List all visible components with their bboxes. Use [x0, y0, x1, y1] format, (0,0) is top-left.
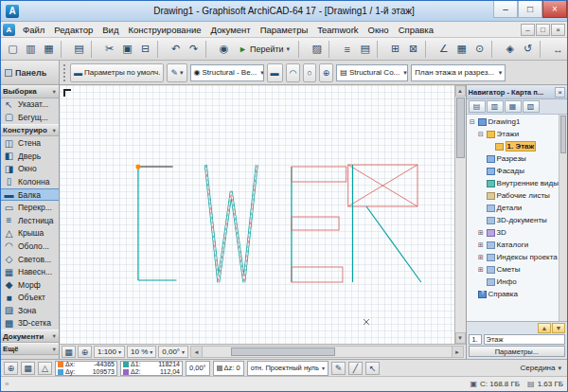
menu-item[interactable]: Справка — [394, 23, 438, 37]
selection-3d-icon[interactable]: ▨ — [308, 40, 326, 58]
tree-item-3d-documents[interactable]: 3D-документы — [467, 214, 559, 226]
menu-item[interactable]: Файл — [18, 23, 49, 37]
beam-outline[interactable] — [205, 165, 257, 282]
tree-item-lists[interactable]: ⊞ Сметы — [467, 263, 559, 276]
grid-snap-icon[interactable]: ▦ — [453, 40, 470, 58]
angle-value-2[interactable]: 112,04 — [160, 368, 180, 376]
beam-letter-r[interactable] — [348, 165, 421, 282]
y-value[interactable]: 109573 — [93, 368, 115, 376]
new-icon[interactable]: ▢ — [4, 40, 22, 58]
story-name-field[interactable]: Этаж — [484, 334, 565, 345]
tool-morph[interactable]: ◆ Морф — [1, 278, 59, 292]
tool-shell[interactable]: ◠ Оболо... — [1, 240, 59, 253]
beam-axis-button[interactable]: ⊕ — [319, 63, 334, 82]
tool-window[interactable]: ◨ Окно — [1, 163, 59, 176]
story-number-field[interactable]: 1. — [469, 334, 482, 345]
floor-plan-canvas[interactable] — [60, 85, 454, 344]
z-coordinate-field[interactable]: Δz: 0 — [213, 361, 244, 376]
tree-item-project-indexes[interactable]: ⊞ Индексы проекта — [467, 251, 559, 263]
scroll-down-icon[interactable]: ▼ — [455, 332, 466, 344]
mdi-restore-button[interactable]: □ — [536, 24, 550, 36]
undo-icon[interactable]: ↶ — [167, 40, 185, 58]
x-value[interactable]: -44365 — [94, 361, 115, 368]
scroll-right-icon[interactable]: ► — [452, 347, 463, 357]
tool-zone[interactable]: ▨ Зона — [1, 304, 59, 317]
guide-lines-icon[interactable]: ∠ — [435, 40, 453, 58]
composite-combo[interactable]: ▤ Structural Co... — [336, 64, 408, 81]
gravity-button[interactable]: △ — [38, 362, 52, 375]
menu-item[interactable]: Окно — [364, 23, 394, 37]
pen-tool-button[interactable]: ✎ — [331, 362, 346, 375]
redo-icon[interactable]: ↷ — [185, 40, 203, 58]
toolbox-palette-header[interactable]: Панель — [1, 61, 60, 84]
toolbox-section-selection[interactable]: Выборка — [1, 85, 59, 98]
cursor-snap-button[interactable]: ↖ — [365, 362, 380, 375]
tree-item-sections[interactable]: Разрезы — [467, 152, 559, 165]
selection-handle[interactable] — [135, 164, 140, 169]
quick-layers-icon[interactable]: ▤ — [356, 40, 374, 58]
close-button[interactable]: × — [542, 1, 567, 18]
tree-item-elevations[interactable]: Фасады — [467, 165, 559, 177]
tree-expander-icon[interactable]: ⊞ — [477, 254, 485, 261]
distance-angle-fields[interactable]: Δ1: 118214 Δ2: 112,04 — [120, 361, 183, 376]
mdi-close-button[interactable]: × — [551, 24, 565, 36]
print-icon[interactable]: ▤ — [70, 40, 88, 58]
tree-expander-icon[interactable]: ⊞ — [477, 229, 485, 237]
rotation-field[interactable]: 0,00° — [186, 361, 210, 376]
tool-slab[interactable]: ▭ Перекр... — [1, 201, 59, 214]
line-tool-button[interactable]: ╱ — [348, 362, 363, 375]
tree-item-info[interactable]: Инфо — [467, 276, 559, 288]
xy-coordinate-fields[interactable]: Δx: -44365 Δy: 109573 — [55, 361, 117, 376]
beam-arm-top[interactable] — [292, 167, 346, 182]
settings-button[interactable]: Параметры... — [469, 346, 565, 357]
project-map-tab-icon[interactable]: ▤ — [469, 100, 486, 113]
rotation-combo[interactable]: 0,00° — [158, 346, 188, 358]
tool-wall[interactable]: ◫ Стена — [1, 136, 59, 150]
autogroup-icon[interactable]: ⊞ — [386, 40, 404, 58]
goto-button[interactable]: ► Перейти ▾ — [233, 40, 295, 58]
suspend-groups-icon[interactable]: ⊠ — [404, 40, 422, 58]
tree-expander-icon[interactable]: ⊟ — [469, 118, 476, 126]
zoom-combo[interactable]: 10 % — [127, 346, 156, 358]
toolbox-section-more[interactable]: Ещё — [1, 343, 59, 356]
beam-arm-bottom[interactable] — [292, 267, 343, 282]
menu-item[interactable]: Вид — [98, 23, 123, 37]
tool-column[interactable]: ▯ Колонна — [1, 175, 59, 188]
tool-skylight[interactable]: ◇ Светов... — [1, 253, 59, 266]
move-origin-button[interactable]: ⊕ — [4, 362, 18, 375]
toolbox-section-document[interactable]: Документи — [1, 330, 59, 343]
tree-item-stories[interactable]: ⊟ Этажи — [467, 128, 559, 140]
tree-item-3d[interactable]: ⊞ 3D — [467, 226, 559, 239]
maximize-button[interactable]: □ — [518, 1, 542, 18]
view-settings-combo[interactable]: План этажа и разрез... — [411, 64, 506, 81]
save-icon[interactable]: ▦ — [40, 40, 58, 58]
beam-leg[interactable] — [366, 206, 421, 282]
tree-item-help[interactable]: Справка — [467, 288, 559, 300]
layer-combo[interactable]: ◉ Structural - Be... — [190, 64, 264, 81]
beam-letter-e[interactable] — [292, 167, 346, 282]
find-select-icon[interactable]: ◉ — [215, 40, 233, 58]
toolbox-section-design[interactable]: Конструиро — [1, 124, 59, 137]
distance-value[interactable]: 118214 — [158, 361, 180, 368]
scale-combo[interactable]: 1:100 — [94, 346, 125, 358]
titlebar[interactable]: A Drawing1 - Graphisoft ArchiCAD-64 17 -… — [1, 1, 567, 22]
tree-expander-icon[interactable]: ⊞ — [477, 241, 485, 249]
vertical-scroll-thumb[interactable] — [456, 98, 465, 158]
snap-points-icon[interactable]: ⊙ — [470, 40, 488, 58]
grid-snap-button[interactable]: ▦ — [21, 362, 35, 375]
tool-marquee[interactable]: ▢ Бегущ... — [1, 111, 59, 124]
dimension-icon[interactable]: ↔ — [549, 40, 567, 58]
tool-mesh[interactable]: ▩ 3D-сетка — [1, 317, 59, 330]
menu-item[interactable]: Документ — [205, 23, 255, 37]
minimize-button[interactable]: – — [493, 1, 518, 18]
mdi-minimize-button[interactable]: – — [521, 24, 535, 36]
pen-color-button[interactable]: ✎ ▾ — [167, 63, 186, 82]
quick-options-button[interactable]: ▦ — [62, 346, 76, 358]
beam-arm-middle[interactable] — [292, 217, 339, 230]
orbit-icon[interactable]: ↺ — [519, 40, 537, 58]
beam-circle-button[interactable]: ○ — [303, 63, 315, 82]
navigator-close-icon[interactable]: × — [555, 87, 565, 98]
tree-expander-icon[interactable]: ⊟ — [477, 131, 485, 138]
reference-level-combo[interactable]: отн. Проектный нуль — [247, 361, 328, 376]
copy-icon[interactable]: ▣ — [118, 40, 136, 58]
